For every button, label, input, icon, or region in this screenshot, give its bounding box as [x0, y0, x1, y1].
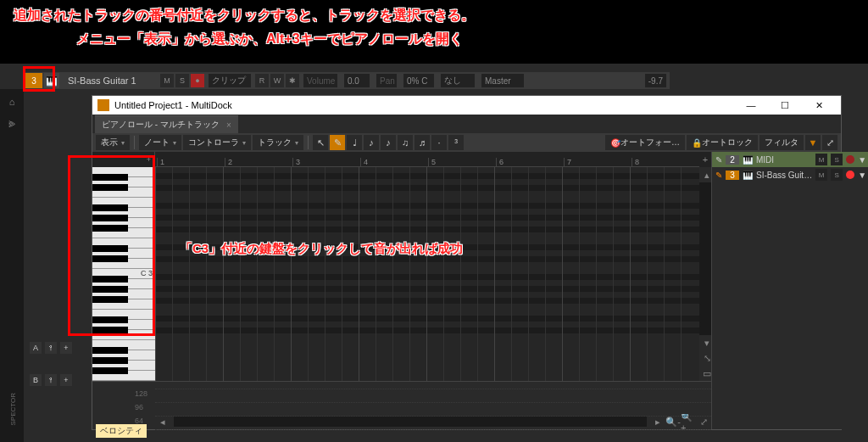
controller-menu[interactable]: コントローラ▾: [183, 135, 251, 150]
pan-value[interactable]: 0% C: [403, 74, 434, 87]
tool-draw-icon[interactable]: ✎: [330, 135, 345, 150]
pencil-icon[interactable]: ✎: [715, 171, 722, 180]
vscroll-down-icon[interactable]: ▾: [699, 335, 715, 350]
automation-read-button[interactable]: R: [255, 74, 269, 87]
tool-select-icon[interactable]: ↖: [313, 135, 328, 150]
tab-pianoroll[interactable]: ピアノロール - マルチトラック ×: [95, 115, 238, 133]
timeline-mark[interactable]: 6: [496, 158, 564, 166]
note-half-icon[interactable]: ♪: [364, 135, 379, 150]
track-number[interactable]: 2: [726, 155, 739, 165]
black-key[interactable]: [92, 347, 128, 354]
ab-fx2-icon[interactable]: ⫯: [45, 374, 57, 386]
automation-write-button[interactable]: W: [270, 74, 284, 87]
window-titlebar[interactable]: Untitled Project1 - MultiDock — ☐ ✕: [92, 96, 841, 115]
black-key[interactable]: [92, 367, 128, 374]
black-key[interactable]: [92, 204, 128, 211]
vscroll-track[interactable]: [699, 182, 711, 335]
autofocus-toggle[interactable]: 🎯 オートフォー…: [605, 135, 685, 150]
snapshot-button[interactable]: ✱: [286, 74, 299, 87]
track-list-item-bass[interactable]: ✎ 3 🎹 SI-Bass Guit… M S ▼: [712, 167, 868, 182]
record-dot[interactable]: [846, 171, 854, 179]
black-key[interactable]: [92, 174, 128, 181]
note-sixteenth-icon[interactable]: ♬: [415, 135, 430, 150]
velocity-label[interactable]: ベロシティ: [96, 424, 147, 438]
mute-button[interactable]: M: [815, 169, 827, 181]
mute-button[interactable]: M: [160, 74, 174, 87]
timeline-mark[interactable]: 1: [157, 158, 225, 166]
track-menu[interactable]: トラック▾: [253, 135, 303, 150]
black-key[interactable]: [92, 286, 128, 293]
autolock-toggle[interactable]: 🔒 オートロック: [687, 135, 758, 150]
track-name[interactable]: SI-Bass Guitar 1: [68, 76, 153, 86]
note-dotted-icon[interactable]: ·: [431, 135, 447, 150]
solo-button[interactable]: S: [831, 154, 843, 165]
black-key[interactable]: [92, 215, 128, 221]
hscroll-track[interactable]: [174, 417, 647, 427]
black-key[interactable]: [92, 316, 128, 323]
solo-button[interactable]: S: [831, 169, 843, 181]
note-triplet-icon[interactable]: ³: [448, 135, 464, 150]
tab-close-icon[interactable]: ×: [226, 120, 231, 130]
maximize-button[interactable]: ☐: [768, 96, 802, 115]
mute-button[interactable]: M: [815, 154, 827, 165]
timeline-plus-icon[interactable]: +: [92, 152, 155, 167]
view-menu[interactable]: 表示▾: [96, 135, 130, 150]
timeline-mark[interactable]: 2: [225, 158, 292, 166]
timeline[interactable]: 1 2 3 4 5 6 7 8: [155, 152, 699, 167]
filter-icon[interactable]: ▼: [805, 135, 821, 150]
zoom-vert-icon[interactable]: ⤡: [699, 350, 715, 366]
mixer-icon[interactable]: ⫸: [3, 115, 21, 133]
track-number[interactable]: 3: [726, 171, 739, 180]
ab-plus-icon[interactable]: +: [60, 342, 72, 354]
piano-keyboard[interactable]: C 3: [92, 167, 155, 381]
timeline-mark[interactable]: 7: [564, 158, 632, 166]
track-header[interactable]: 3 🎹 SI-Bass Guitar 1 M S ● クリップ R W ✱ Vo…: [25, 72, 670, 89]
fit-vert-icon[interactable]: ▭: [699, 366, 715, 381]
filter-dropdown[interactable]: フィルタ: [760, 135, 804, 150]
track-number[interactable]: 3: [25, 73, 42, 88]
timeline-mark[interactable]: 4: [360, 158, 428, 166]
pencil-icon[interactable]: ✎: [715, 155, 722, 165]
timeline-mark[interactable]: 8: [632, 158, 699, 166]
filter-t-icon[interactable]: ▼: [858, 171, 866, 180]
volume-value[interactable]: 0.0: [344, 74, 370, 87]
output-master[interactable]: Master: [481, 74, 524, 87]
output-none[interactable]: なし: [441, 74, 475, 87]
black-key[interactable]: [92, 255, 128, 262]
close-button[interactable]: ✕: [802, 96, 836, 115]
ab-a-label[interactable]: A: [30, 342, 42, 354]
clip-mode[interactable]: クリップ: [209, 74, 251, 87]
black-key[interactable]: [92, 245, 128, 252]
note-whole-icon[interactable]: ♩: [347, 135, 362, 150]
expand-icon[interactable]: ⤢: [822, 135, 837, 150]
timeline-mark[interactable]: 5: [428, 158, 496, 166]
filter-t-icon[interactable]: ▼: [858, 155, 866, 165]
home-icon[interactable]: ⌂: [3, 92, 21, 111]
ab-plus2-icon[interactable]: +: [60, 374, 72, 386]
track-list-item-midi[interactable]: ✎ 2 🎹 MIDI M S ▼: [712, 152, 868, 167]
black-key[interactable]: [92, 225, 128, 232]
record-arm-button[interactable]: ●: [191, 74, 204, 87]
midi-icon[interactable]: 🎹: [44, 73, 59, 88]
black-key[interactable]: [92, 184, 128, 191]
note-quarter-icon[interactable]: ♪: [381, 135, 396, 150]
ab-row-b[interactable]: B ⫯ +: [30, 372, 89, 389]
black-key[interactable]: [92, 296, 128, 303]
record-dot[interactable]: [846, 155, 854, 164]
ab-row-a[interactable]: A ⫯ +: [30, 339, 89, 356]
ab-fx-icon[interactable]: ⫯: [45, 342, 57, 354]
note-eighth-icon[interactable]: ♫: [398, 135, 413, 150]
ab-b-label[interactable]: B: [30, 374, 42, 386]
note-menu[interactable]: ノート▾: [139, 135, 181, 150]
black-key[interactable]: [92, 327, 128, 333]
note-grid[interactable]: [155, 167, 699, 381]
timeline-plus-right-icon[interactable]: +: [699, 152, 711, 167]
vscroll-up-icon[interactable]: ▴: [699, 167, 715, 182]
dock-tabbar[interactable]: ピアノロール - マルチトラック ×: [92, 115, 841, 133]
timeline-mark[interactable]: 3: [292, 158, 360, 166]
solo-button[interactable]: S: [175, 74, 189, 87]
minimize-button[interactable]: —: [734, 96, 768, 115]
black-key[interactable]: [92, 357, 128, 364]
velocity-panel[interactable]: 128 96 64 32 ベロシティ: [92, 381, 711, 414]
black-key[interactable]: [92, 276, 128, 283]
